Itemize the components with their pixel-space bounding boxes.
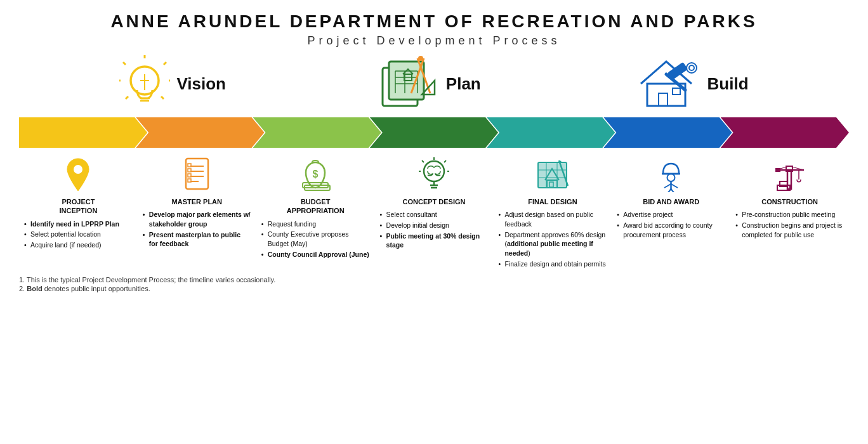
col-title-masterplan: MASTER PLAN (143, 197, 251, 206)
svg-line-1 (123, 62, 126, 65)
main-title: ANNE ARUNDEL DEPARTMENT OF RECREATION AN… (19, 11, 849, 32)
svg-point-23 (418, 56, 423, 61)
arrow-bar (19, 117, 849, 148)
arrow-project-inception (19, 117, 147, 148)
brain-bulb-icon (380, 155, 489, 193)
svg-rect-54 (538, 162, 567, 188)
blueprint-house-icon (498, 155, 607, 193)
col-list-construction: Pre-construction public meeting Construc… (735, 210, 844, 239)
col-title-construction: CONSTRUCTION (735, 197, 844, 206)
footnote-2: 2. Bold denotes public input opportuniti… (19, 285, 849, 292)
col-list-masterplan: Develop major park elements w/ stakehold… (143, 210, 251, 249)
crane-icon (735, 155, 844, 193)
col-concept: CONCEPT DESIGN Select consultant Develop… (375, 155, 494, 251)
footnotes: 1. This is the typical Project Developme… (19, 276, 849, 292)
budget-icon: $ (261, 155, 370, 193)
arrow-final-design (487, 117, 615, 148)
svg-line-69 (671, 189, 676, 192)
svg-line-2 (164, 62, 166, 65)
subtitle: Project Development Process (19, 34, 849, 48)
col-list-final: Adjust design based on public feedback D… (498, 210, 607, 268)
svg-point-30 (687, 63, 697, 73)
col-construction: CONSTRUCTION Pre-construction public mee… (730, 155, 849, 240)
svg-rect-39 (188, 169, 191, 172)
footnote-1: 1. This is the typical Project Developme… (19, 276, 849, 284)
col-title-final: FINAL DESIGN (498, 197, 607, 206)
svg-line-5 (126, 96, 128, 99)
checklist-icon (143, 155, 251, 193)
svg-line-50 (422, 160, 424, 162)
blueprint-icon (376, 55, 440, 112)
worker-icon (617, 155, 725, 193)
svg-line-67 (671, 184, 678, 188)
svg-line-68 (667, 189, 671, 192)
arrow-bid-award (603, 117, 732, 148)
col-list-bid: Advertise project Award bid according to… (617, 210, 725, 239)
lightbulb-icon (119, 55, 170, 112)
col-title-budget: BUDGETAPPROPRIATION (261, 197, 370, 216)
svg-point-31 (689, 65, 694, 70)
col-list-inception: Identify need in LPPRP Plan Select poten… (24, 219, 133, 250)
svg-text:$: $ (313, 169, 319, 180)
col-final-design: FINAL DESIGN Adjust design based on publ… (493, 155, 612, 270)
build-group: Build (631, 55, 749, 112)
col-list-concept: Select consultant Develop initial design… (380, 210, 489, 250)
arrow-budget (253, 117, 381, 148)
col-budget: $ BUDGETAPPROPRIATION Request funding Co… (256, 155, 375, 260)
svg-rect-41 (188, 179, 191, 182)
col-master-plan: MASTER PLAN Develop major park elements … (138, 155, 256, 250)
location-pin-icon (24, 155, 133, 193)
col-title-bid: BID AND AWARD (617, 197, 725, 206)
svg-line-51 (444, 160, 446, 162)
svg-line-66 (664, 184, 671, 188)
svg-line-6 (161, 96, 164, 99)
construction-icon (631, 55, 701, 112)
vision-group: Vision (119, 55, 226, 112)
col-title-inception: PROJECTINCEPTION (24, 197, 133, 216)
svg-rect-40 (188, 174, 191, 177)
col-list-budget: Request funding County Executive propose… (261, 219, 370, 259)
svg-point-32 (74, 165, 82, 174)
build-label: Build (707, 74, 749, 94)
page: ANNE ARUNDEL DEPARTMENT OF RECREATION AN… (0, 0, 868, 444)
arrow-concept (370, 117, 498, 148)
col-title-concept: CONCEPT DESIGN (380, 197, 489, 206)
plan-label: Plan (446, 74, 481, 94)
svg-point-64 (667, 174, 675, 181)
svg-point-45 (424, 161, 444, 181)
icons-row: Vision (19, 55, 849, 112)
vision-label: Vision (176, 74, 226, 94)
col-bid-award: BID AND AWARD Advertise project Award bi… (612, 155, 730, 240)
svg-rect-26 (659, 93, 667, 106)
plan-group: Plan (376, 55, 481, 112)
arrow-master-plan (136, 117, 264, 148)
col-project-inception: PROJECTINCEPTION Identify need in LPPRP … (19, 155, 138, 251)
svg-rect-27 (673, 88, 680, 95)
arrow-construction (721, 117, 849, 148)
columns-row: PROJECTINCEPTION Identify need in LPPRP … (19, 155, 849, 270)
svg-rect-38 (188, 164, 191, 167)
